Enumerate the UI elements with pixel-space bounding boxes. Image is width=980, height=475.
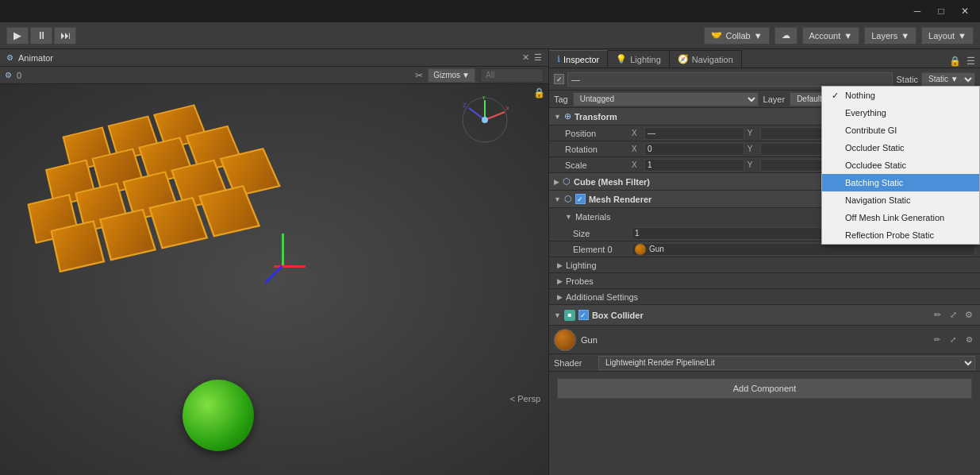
title-bar: ─ □ ✕	[0, 0, 980, 22]
counter-icon: ⚙	[5, 71, 12, 79]
reflection-label: Reflection Probe Static	[845, 230, 934, 240]
animator-icon: ⚙	[6, 53, 13, 62]
tab-inspector[interactable]: ℹ Inspector	[549, 50, 608, 68]
pos-y-label: Y	[747, 129, 757, 137]
box-collider-icon: ■	[564, 310, 575, 321]
inspector-menu-icon[interactable]: ☰	[964, 55, 977, 68]
dropdown-item-occluder[interactable]: ✓ Occluder Static	[822, 139, 979, 156]
dropdown-item-navigation[interactable]: ✓ Navigation Static	[822, 191, 979, 209]
object-active-checkbox[interactable]: ✓	[554, 74, 564, 84]
scene-canvas: X Y Z < Persp 🔒	[0, 84, 548, 475]
svg-line-1	[485, 112, 505, 120]
material-edit-icon[interactable]: ✏	[931, 334, 943, 346]
box-collider-expand-icon[interactable]: ⤢	[947, 309, 959, 322]
pause-button[interactable]: ⏸	[30, 27, 52, 44]
static-dropdown-overlay: ✓ Nothing ✓ Everything ✓ Contribute GI ✓…	[821, 86, 980, 245]
scene-search-input[interactable]	[480, 68, 544, 83]
transform-label: Transform	[575, 112, 617, 122]
account-button[interactable]: Account ▼	[802, 27, 860, 44]
close-button[interactable]: ✕	[953, 0, 977, 22]
dropdown-item-reflection[interactable]: ✓ Reflection Probe Static	[822, 226, 979, 244]
off-mesh-label: Off Mesh Link Generation	[845, 213, 944, 222]
mesh-renderer-label: Mesh Renderer	[589, 195, 651, 204]
mesh-renderer-checkbox[interactable]: ✓	[575, 194, 586, 204]
dropdown-item-nothing[interactable]: ✓ Nothing	[822, 87, 979, 104]
dropdown-item-everything[interactable]: ✓ Everything	[822, 104, 979, 122]
green-sphere	[183, 380, 254, 451]
collab-button[interactable]: 🤝 Collab ▼	[704, 27, 769, 44]
probes-collapsed-label: Probes	[566, 276, 594, 286]
tab-navigation[interactable]: 🧭 Navigation	[670, 50, 742, 68]
gizmos-label: Gizmos	[433, 71, 460, 79]
scene-tools-icon[interactable]: ✂	[415, 70, 423, 81]
scene-lock-icon[interactable]: 🔒	[533, 87, 545, 98]
tag-dropdown[interactable]: Untagged	[573, 92, 759, 106]
materials-arrow-icon: ▼	[565, 213, 572, 221]
nothing-label: Nothing	[845, 91, 875, 100]
tab-lighting[interactable]: 💡 Lighting	[608, 50, 670, 68]
position-label: Position	[565, 129, 628, 138]
add-component-area: Add Component	[549, 372, 980, 405]
layers-button[interactable]: Layers ▼	[864, 27, 917, 44]
material-expand-icon[interactable]: ⤢	[947, 334, 959, 346]
inspector-panel: ℹ Inspector 💡 Lighting 🧭 Navigation 🔒 ☰ …	[549, 49, 980, 475]
gizmos-arrow: ▼	[462, 71, 470, 79]
account-arrow: ▼	[844, 31, 852, 41]
material-gear-icon[interactable]: ⚙	[963, 334, 975, 346]
add-component-button[interactable]: Add Component	[557, 378, 972, 399]
nothing-check-icon: ✓	[832, 91, 839, 101]
mesh-filter-icon: ⬡	[563, 176, 571, 187]
probes-row[interactable]: ▶ Probes	[549, 273, 980, 289]
static-label: Static	[896, 75, 918, 84]
everything-label: Everything	[845, 108, 886, 118]
box-collider-gear-icon[interactable]: ⚙	[963, 309, 975, 322]
svg-text:Y: Y	[482, 96, 486, 101]
inspector-lock-icon[interactable]: 🔒	[948, 55, 961, 68]
pos-x-input[interactable]: —	[644, 127, 744, 140]
dropdown-item-off-mesh[interactable]: ✓ Off Mesh Link Generation	[822, 209, 979, 226]
occluder-label: Occluder Static	[845, 143, 905, 153]
maximize-button[interactable]: □	[929, 0, 953, 22]
cloud-button[interactable]: ☁	[774, 27, 797, 44]
account-label: Account	[809, 31, 841, 41]
rot-x-input[interactable]: 0	[644, 143, 744, 156]
lighting-icon: 💡	[616, 54, 627, 64]
scene-toolbar: ⚙ 0 ✂ Gizmos ▼	[0, 67, 548, 84]
gizmos-button[interactable]: Gizmos ▼	[428, 68, 475, 83]
rot-x-label: X	[632, 145, 641, 153]
additional-settings-row[interactable]: ▶ Additional Settings	[549, 289, 980, 305]
mesh-filter-arrow-icon: ▶	[554, 178, 559, 186]
pos-x-label: X	[632, 129, 641, 137]
collab-label: Collab	[725, 31, 750, 41]
dropdown-item-contribute-gi[interactable]: ✓ Contribute GI	[822, 122, 979, 139]
mesh-filter-label: Cube (Mesh Filter)	[574, 177, 650, 187]
static-dropdown[interactable]: Static ▼	[921, 72, 975, 87]
batching-label: Batching Static	[845, 178, 903, 187]
tag-label: Tag	[554, 95, 568, 104]
object-name-input[interactable]	[567, 72, 893, 87]
dropdown-item-batching[interactable]: ✓ Batching Static	[822, 174, 979, 191]
play-button[interactable]: ▶	[6, 27, 29, 44]
material-controls: ✏ ⤢ ⚙	[931, 334, 975, 346]
box-collider-checkbox[interactable]: ✓	[578, 310, 589, 320]
additional-settings-label: Additional Settings	[566, 292, 638, 302]
scene-close-icon[interactable]: ✕	[522, 52, 529, 63]
box-collider-edit-icon[interactable]: ✏	[931, 309, 943, 322]
layers-label: Layers	[871, 31, 897, 41]
dropdown-item-occludee[interactable]: ✓ Occludee Static	[822, 156, 979, 174]
scene-panel: ⚙ Animator ✕ ☰ ⚙ 0 ✂ Gizmos ▼	[0, 49, 549, 475]
scene-menu-icon[interactable]: ☰	[534, 52, 542, 63]
box-collider-header[interactable]: ▼ ■ ✓ Box Collider ✏ ⤢ ⚙	[549, 305, 980, 326]
minimize-button[interactable]: ─	[905, 0, 929, 22]
rotation-label: Rotation	[565, 145, 628, 154]
shader-dropdown[interactable]: Lightweight Render Pipeline/Lit	[598, 356, 975, 370]
scale-x-input[interactable]: 1	[644, 159, 744, 172]
main-toolbar: ▶ ⏸ ⏭ 🤝 Collab ▼ ☁ Account ▼ Layers ▼ La…	[0, 22, 980, 49]
lighting-row[interactable]: ▶ Lighting	[549, 257, 980, 273]
lighting-tab-label: Lighting	[630, 55, 661, 64]
mesh-renderer-icon: ⬡	[564, 194, 572, 204]
svg-text:Z: Z	[463, 102, 467, 109]
scene-view[interactable]: X Y Z < Persp 🔒	[0, 84, 548, 475]
layout-button[interactable]: Layout ▼	[921, 27, 974, 44]
step-button[interactable]: ⏭	[54, 27, 76, 44]
